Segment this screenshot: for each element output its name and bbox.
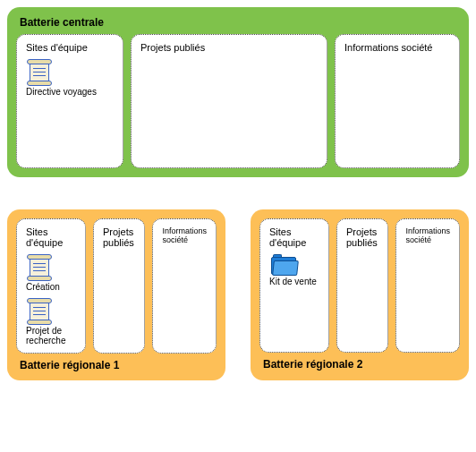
r2-box-company-info: Informations société bbox=[395, 218, 460, 353]
box-title: Sites d'équipe bbox=[26, 42, 114, 53]
item-directive-voyages: Directive voyages bbox=[26, 60, 114, 97]
central-box-team-sites: Sites d'équipe Directive voyages bbox=[16, 34, 123, 168]
farm-central: Batterie centrale Sites d'équipe Directi… bbox=[7, 7, 469, 177]
r2-box-published-projects: Projets publiés bbox=[336, 218, 388, 353]
box-title: Informations société bbox=[344, 42, 450, 53]
box-title: Projets publiés bbox=[103, 226, 135, 248]
box-title: Informations société bbox=[162, 226, 207, 244]
item-kit-de-vente: Kit de vente bbox=[269, 255, 319, 286]
farm-regional-2-boxes: Sites d'équipe Kit de vente Projets publ… bbox=[259, 218, 460, 353]
item-label: Projet de recherche bbox=[26, 326, 76, 345]
box-title: Projets publiés bbox=[140, 42, 318, 53]
central-box-company-info: Informations société bbox=[335, 34, 460, 168]
farm-regional-1: Sites d'équipe Création Projet de recher… bbox=[7, 209, 225, 380]
farm-central-title: Batterie centrale bbox=[16, 16, 460, 34]
farm-regional-2-title: Batterie régionale 2 bbox=[259, 353, 460, 371]
item-label: Création bbox=[26, 282, 76, 292]
farm-regional-1-title: Batterie régionale 1 bbox=[16, 354, 217, 371]
box-title: Sites d'équipe bbox=[269, 226, 319, 248]
regional-row: Sites d'équipe Création Projet de recher… bbox=[7, 209, 469, 380]
item-label: Directive voyages bbox=[26, 87, 114, 97]
item-creation: Création bbox=[26, 255, 76, 292]
item-projet-recherche: Projet de recherche bbox=[26, 299, 76, 345]
box-title: Sites d'équipe bbox=[26, 226, 76, 248]
item-label: Kit de vente bbox=[269, 277, 319, 286]
farm-regional-2: Sites d'équipe Kit de vente Projets publ… bbox=[251, 209, 469, 380]
scroll-icon bbox=[28, 255, 51, 280]
r1-box-published-projects: Projets publiés bbox=[93, 218, 145, 354]
scroll-icon bbox=[28, 60, 51, 85]
central-box-published-projects: Projets publiés bbox=[131, 34, 327, 168]
r1-box-company-info: Informations société bbox=[152, 218, 217, 354]
scroll-icon bbox=[28, 299, 51, 324]
box-title: Projets publiés bbox=[346, 226, 378, 248]
folder-icon bbox=[271, 255, 296, 275]
r2-box-team-sites: Sites d'équipe Kit de vente bbox=[259, 218, 329, 353]
farm-regional-1-boxes: Sites d'équipe Création Projet de recher… bbox=[16, 218, 217, 354]
farm-central-boxes: Sites d'équipe Directive voyages Projets… bbox=[16, 34, 460, 168]
box-title: Informations société bbox=[405, 226, 450, 244]
r1-box-team-sites: Sites d'équipe Création Projet de recher… bbox=[16, 218, 86, 354]
